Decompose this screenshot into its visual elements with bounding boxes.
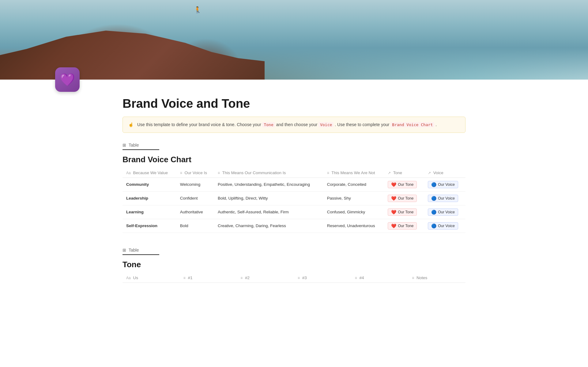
tone-section-header: ⊞ Table	[123, 248, 159, 255]
cell-communication-is: Bold, Uplifting, Direct, Witty	[214, 191, 323, 205]
voice-badge[interactable]: 🔵 Our Voice	[428, 222, 458, 230]
table-row: Leadership Confident Bold, Uplifting, Di…	[123, 191, 466, 205]
cell-voice[interactable]: 🔵 Our Voice	[424, 219, 466, 233]
cell-because-we-value: Self‑Expression	[123, 219, 176, 233]
cell-communication-is: Positive, Understanding, Empathetic, Enc…	[214, 178, 323, 191]
cell-tone[interactable]: ❤️ Our Tone	[384, 178, 424, 191]
voice-emoji: 🔵	[431, 182, 436, 187]
tone-col-icon-2: ≡	[240, 276, 243, 280]
voice-badge[interactable]: 🔵 Our Voice	[428, 195, 458, 202]
cell-voice[interactable]: 🔵 Our Voice	[424, 178, 466, 191]
tone-section-label: Table	[129, 248, 139, 253]
tone-badge[interactable]: ❤️ Our Tone	[388, 208, 417, 216]
tone-col-icon-aa: Aa	[126, 276, 131, 280]
voice-inline-code: Voice	[318, 122, 334, 127]
col-label-we-are-not: This Means We Are Not	[331, 170, 375, 175]
tone-col-label-notes: Notes	[417, 275, 427, 280]
tone-table-icon: ⊞	[123, 248, 126, 253]
col-header-we-are-not: ≡ This Means We Are Not	[323, 168, 384, 178]
cell-our-voice-is: Confident	[176, 191, 214, 205]
cell-because-we-value: Learning	[123, 205, 176, 219]
col-icon-aa: Aa	[126, 171, 131, 175]
hero-banner: 🧍	[0, 0, 588, 80]
tone-col-label-us: Us	[133, 275, 138, 280]
tone-col-label-2: #2	[245, 275, 250, 280]
col-icon-arrow2: ↗	[428, 171, 431, 175]
tone-col-4: ≡ #4	[351, 273, 409, 283]
cell-voice[interactable]: 🔵 Our Voice	[424, 191, 466, 205]
tone-badge[interactable]: ❤️ Our Tone	[388, 195, 417, 202]
tone-emoji: ❤️	[391, 196, 396, 201]
banner-text-before-tone: Use this template to define your brand v…	[137, 122, 261, 127]
cell-communication-is: Authentic, Self‑Assured, Reliable, Firm	[214, 205, 323, 219]
col-label-because-we-value: Because We Value	[133, 170, 168, 175]
cell-we-are-not: Reserved, Unadventurous	[323, 219, 384, 233]
hero-person: 🧍	[194, 6, 198, 15]
col-label-our-voice-is: Our Voice Is	[184, 170, 207, 175]
tone-label: Our Tone	[398, 196, 413, 200]
col-header-because-we-value: Aa Because We Value	[123, 168, 176, 178]
chart-inline-code: Brand Voice Chart	[390, 122, 434, 127]
col-label-tone: Tone	[393, 170, 402, 175]
cell-voice[interactable]: 🔵 Our Voice	[424, 205, 466, 219]
cell-tone[interactable]: ❤️ Our Tone	[384, 191, 424, 205]
info-banner: ☝️ Use this template to define your bran…	[123, 117, 466, 133]
col-header-voice: ↗ Voice	[424, 168, 466, 178]
tone-table-header-row: Aa Us ≡ #1 ≡ #2 ≡ #3	[123, 273, 466, 283]
page-icon: 💜	[55, 67, 80, 92]
tone-col-label-1: #1	[188, 275, 192, 280]
col-header-communication-is: ≡ This Means Our Communication Is	[214, 168, 323, 178]
table-row: Self‑Expression Bold Creative, Charming,…	[123, 219, 466, 233]
tone-col-icon-notes: ≡	[412, 276, 414, 280]
col-icon-menu1: ≡	[180, 171, 182, 175]
col-icon-menu2: ≡	[218, 171, 220, 175]
tone-emoji: ❤️	[391, 210, 396, 215]
col-label-communication-is: This Means Our Communication Is	[222, 170, 286, 175]
voice-label: Our Voice	[438, 224, 455, 228]
brand-voice-table-header-row: Aa Because We Value ≡ Our Voice Is ≡ Thi…	[123, 168, 466, 178]
cell-because-we-value: Community	[123, 178, 176, 191]
voice-emoji: 🔵	[431, 196, 436, 201]
cell-our-voice-is: Bold	[176, 219, 214, 233]
page-title: Brand Voice and Tone	[123, 97, 466, 110]
brand-voice-section-label: Table	[129, 143, 139, 148]
tone-label: Our Tone	[398, 224, 413, 228]
banner-text-before-chart: . Use these to complete your	[335, 122, 389, 127]
tone-badge[interactable]: ❤️ Our Tone	[388, 181, 417, 188]
tone-col-icon-4: ≡	[355, 276, 357, 280]
voice-label: Our Voice	[438, 210, 455, 214]
col-icon-menu3: ≡	[327, 171, 329, 175]
tone-emoji: ❤️	[391, 182, 396, 187]
tone-badge[interactable]: ❤️ Our Tone	[388, 222, 417, 230]
voice-emoji: 🔵	[431, 223, 436, 228]
voice-badge[interactable]: 🔵 Our Voice	[428, 208, 458, 216]
cell-we-are-not: Corporate, Conceited	[323, 178, 384, 191]
tone-label: Our Tone	[398, 182, 413, 187]
tone-col-icon-3: ≡	[298, 276, 300, 280]
tone-col-icon-1: ≡	[183, 276, 186, 280]
cell-communication-is: Creative, Charming, Daring, Fearless	[214, 219, 323, 233]
tone-inline-code: Tone	[262, 122, 275, 127]
tone-section-title: Tone	[123, 260, 466, 269]
tone-col-3: ≡ #3	[294, 273, 351, 283]
cell-tone[interactable]: ❤️ Our Tone	[384, 205, 424, 219]
table-row: Community Welcoming Positive, Understand…	[123, 178, 466, 191]
cell-tone[interactable]: ❤️ Our Tone	[384, 219, 424, 233]
cell-we-are-not: Passive, Shy	[323, 191, 384, 205]
cell-we-are-not: Confused, Gimmicky	[323, 205, 384, 219]
voice-label: Our Voice	[438, 182, 455, 187]
tone-col-label-4: #4	[359, 275, 364, 280]
col-header-our-voice-is: ≡ Our Voice Is	[176, 168, 214, 178]
tone-section: ⊞ Table Tone Aa Us ≡ #1 ≡ #2	[123, 248, 466, 283]
cell-because-we-value: Leadership	[123, 191, 176, 205]
col-header-tone: ↗ Tone	[384, 168, 424, 178]
banner-text-after: .	[435, 122, 437, 127]
banner-text-between: and then choose your	[276, 122, 318, 127]
table-icon: ⊞	[123, 143, 126, 148]
table-row: Learning Authoritative Authentic, Self‑A…	[123, 205, 466, 219]
tone-col-2: ≡ #2	[237, 273, 294, 283]
brand-voice-chart-title: Brand Voice Chart	[123, 155, 466, 164]
tone-col-1: ≡ #1	[180, 273, 237, 283]
voice-badge[interactable]: 🔵 Our Voice	[428, 181, 458, 188]
tone-col-notes: ≡ Notes	[408, 273, 466, 283]
